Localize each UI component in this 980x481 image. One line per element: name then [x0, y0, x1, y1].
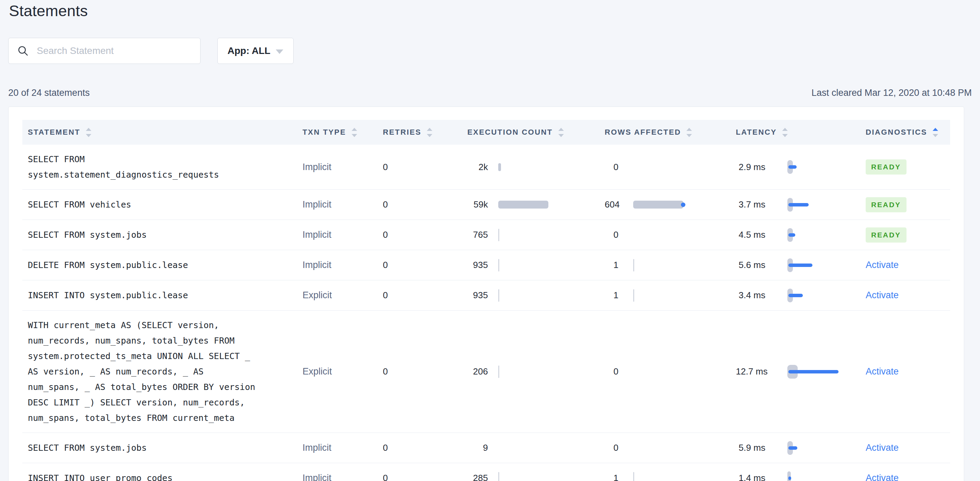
rows-affected-bar	[633, 201, 683, 209]
page-title: Statements	[9, 2, 88, 20]
activate-link[interactable]: Activate	[865, 290, 899, 300]
activate-link[interactable]: Activate	[865, 473, 899, 481]
latency-cell: 2.9 ms	[736, 159, 865, 175]
diagnostics-cell: Activate Activate	[865, 443, 951, 453]
statement-link[interactable]: DELETE FROM system.public.lease	[28, 257, 188, 273]
execution-count-cell: 285	[467, 471, 605, 481]
statement-link[interactable]: INSERT INTO user_promo_codes	[28, 470, 172, 481]
latency-bar	[788, 370, 838, 373]
statement-link[interactable]: SELECT FROM system.statement_diagnostics…	[28, 151, 259, 182]
execution-count-cell: 206	[467, 364, 605, 379]
statement-link[interactable]: SELECT FROM system.jobs	[28, 227, 146, 242]
retries-cell: 0	[383, 229, 467, 240]
sort-arrows-icon	[932, 128, 938, 137]
table-row: INSERT INTO system.public.lease Explicit…	[22, 280, 950, 311]
column-header-execution-count[interactable]: EXECUTION COUNT	[467, 128, 605, 137]
ready-badge: READY	[865, 159, 907, 175]
statement-link[interactable]: SELECT FROM system.jobs	[28, 440, 146, 456]
latency-bar	[788, 263, 813, 267]
statement-cell: INSERT INTO user_promo_codes	[22, 470, 302, 481]
statement-link[interactable]: WITH current_meta AS (SELECT version, nu…	[28, 317, 259, 426]
latency-cell: 5.6 ms	[736, 258, 865, 273]
latency-bar	[788, 165, 797, 169]
retries-cell: 0	[383, 473, 467, 481]
execution-count-bar	[498, 366, 499, 378]
search-box[interactable]	[8, 38, 200, 64]
diagnostics-cell: READY READY	[865, 197, 951, 212]
app-filter-dropdown[interactable]: App: ALL	[217, 38, 294, 64]
column-header-latency[interactable]: LATENCY	[736, 128, 865, 137]
statement-link[interactable]: INSERT INTO system.public.lease	[28, 288, 188, 303]
statement-cell: SELECT FROM system.jobs	[22, 227, 302, 242]
last-cleared-text: Last cleared Mar 12, 2020 at 10:48 PM	[811, 88, 972, 98]
rows-affected-cell: 0	[605, 159, 736, 175]
sort-arrows-icon	[352, 128, 357, 137]
statement-link[interactable]: SELECT FROM vehicles	[28, 197, 131, 212]
table-row: INSERT INTO user_promo_codes Implicit 0 …	[22, 463, 950, 481]
txn-type-cell: Explicit	[302, 366, 383, 377]
table-row: WITH current_meta AS (SELECT version, nu…	[22, 311, 950, 433]
activate-link[interactable]: Activate	[865, 260, 899, 270]
table-row: SELECT FROM system.statement_diagnostics…	[22, 145, 950, 190]
sort-arrows-icon	[686, 128, 692, 137]
latency-bar	[788, 476, 791, 480]
diagnostics-cell: Activate Activate	[865, 366, 951, 377]
latency-bar	[788, 446, 797, 450]
statement-cell: SELECT FROM system.statement_diagnostics…	[22, 151, 302, 182]
statements-page: Statements App: ALL 20 of 24 statements …	[0, 0, 980, 481]
sort-arrows-icon	[427, 128, 432, 137]
table-row: SELECT FROM system.jobs Implicit 0 765 0…	[22, 220, 950, 250]
diagnostics-cell: READY READY	[865, 228, 951, 242]
latency-cell: 4.5 ms	[736, 228, 865, 242]
table-header-row: STATEMENT TXN TYPE RETRIES EXECUTION COU…	[22, 120, 950, 145]
app-filter-label: App: ALL	[228, 45, 270, 56]
execution-count-bar	[498, 201, 548, 209]
execution-count-cell: 9	[467, 440, 605, 456]
statement-cell: SELECT FROM vehicles	[22, 197, 302, 212]
rows-affected-bar	[633, 259, 634, 271]
column-header-txn-type[interactable]: TXN TYPE	[302, 128, 383, 137]
rows-affected-cell: 0	[605, 440, 736, 456]
txn-type-cell: Implicit	[302, 162, 383, 172]
diagnostics-cell: READY READY	[865, 159, 951, 175]
chevron-down-icon	[276, 49, 283, 54]
column-header-diagnostics[interactable]: DIAGNOSTICS	[865, 128, 951, 137]
retries-cell: 0	[383, 290, 467, 301]
retries-cell: 0	[383, 199, 467, 210]
retries-cell: 0	[383, 443, 467, 453]
latency-bar	[788, 233, 795, 237]
meta-row: 20 of 24 statements Last cleared Mar 12,…	[8, 88, 972, 98]
search-input[interactable]	[36, 40, 200, 62]
execution-count-cell: 59k	[467, 197, 605, 212]
rows-affected-cell: 1	[605, 288, 736, 303]
rows-affected-bar	[633, 472, 634, 481]
search-icon	[17, 45, 29, 57]
rows-affected-bar	[633, 289, 634, 302]
column-header-retries[interactable]: RETRIES	[383, 128, 467, 137]
rows-affected-cell: 1	[605, 258, 736, 273]
retries-cell: 0	[383, 366, 467, 377]
latency-cell: 12.7 ms	[736, 364, 865, 379]
latency-cell: 3.4 ms	[736, 288, 865, 303]
execution-count-cell: 2k	[467, 159, 605, 175]
txn-type-cell: Implicit	[302, 443, 383, 453]
execution-count-cell: 935	[467, 288, 605, 303]
table-row: SELECT FROM vehicles Implicit 0 59k 604 …	[22, 190, 950, 220]
txn-type-cell: Implicit	[302, 229, 383, 240]
diagnostics-cell: Activate Activate	[865, 260, 951, 271]
table-row: DELETE FROM system.public.lease Implicit…	[22, 250, 950, 280]
activate-link[interactable]: Activate	[865, 366, 899, 377]
txn-type-cell: Implicit	[302, 473, 383, 481]
latency-bar	[788, 294, 803, 297]
column-header-rows-affected[interactable]: ROWS AFFECTED	[605, 128, 736, 137]
statement-cell: INSERT INTO system.public.lease	[22, 288, 302, 303]
table-row: SELECT FROM system.jobs Implicit 0 9 0 5…	[22, 433, 950, 463]
execution-count-cell: 935	[467, 258, 605, 273]
statement-cell: WITH current_meta AS (SELECT version, nu…	[22, 317, 302, 426]
retries-cell: 0	[383, 260, 467, 271]
column-header-statement[interactable]: STATEMENT	[22, 128, 302, 137]
retries-cell: 0	[383, 162, 467, 172]
activate-link[interactable]: Activate	[865, 443, 899, 453]
mean-dot	[681, 202, 686, 207]
latency-cell: 3.7 ms	[736, 197, 865, 212]
